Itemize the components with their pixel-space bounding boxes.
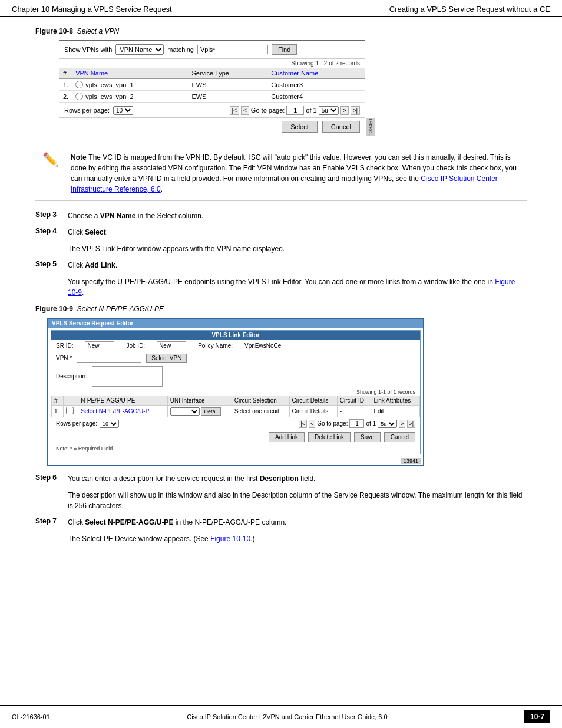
- vpls-first-btn[interactable]: |<: [299, 420, 307, 428]
- row2-service: EWS: [189, 91, 268, 103]
- note-label: Note: [71, 152, 87, 162]
- vpls-cancel-button[interactable]: Cancel: [384, 432, 415, 442]
- vpn-dialog: Show VPNs with VPN Name matching Find Sh…: [59, 40, 365, 136]
- uni-select[interactable]: [170, 407, 200, 416]
- vpls-figure-id: 13941: [48, 457, 423, 465]
- vpls-note: Note: * = Required Field: [51, 444, 420, 454]
- first-page-btn[interactable]: |<: [230, 106, 239, 115]
- vpls-go-label: Go to page:: [317, 420, 348, 427]
- footer-right: 10-7: [524, 710, 550, 723]
- col-customer-name: Customer Name: [267, 68, 365, 79]
- next-page-btn[interactable]: >: [340, 106, 349, 115]
- table-row: 1. vpls_ews_vpn_1 EWS Customer3: [59, 79, 365, 91]
- step6-content: You can enter a description for the serv…: [68, 473, 315, 484]
- step5-sub: You specify the U-PE/PE-AGG/U-PE endpoin…: [68, 276, 527, 298]
- vpls-action-buttons: Add Link Delete Link Save Cancel: [51, 430, 420, 444]
- header-right: Creating a VPLS Service Request without …: [389, 5, 550, 14]
- vpls-dialog: VPLS Service Request Editor VPLS Link Ed…: [47, 318, 424, 466]
- vpls-pagination: Rows per page: 10 |< < Go to page: of 1 …: [51, 417, 420, 430]
- vpls-link-table: # N-PE/PE-AGG/U-PE UNI Interface Circuit…: [51, 396, 420, 417]
- vpls-rows-select[interactable]: 10: [100, 420, 119, 428]
- delete-link-button[interactable]: Delete Link: [308, 432, 351, 442]
- page-input[interactable]: [286, 106, 304, 115]
- row2-radio[interactable]: [75, 93, 83, 100]
- job-id-label: Job ID:: [126, 342, 145, 349]
- row1-customer: Customer3: [267, 79, 365, 91]
- step6-number: Step 6: [35, 473, 62, 484]
- note-icon-area: ✏️: [35, 152, 65, 195]
- step7-sub: The Select PE Device window appears. (Se…: [68, 533, 527, 544]
- rows-per-page-label: Rows per page:: [64, 107, 110, 114]
- go-to-page-label: Go to page:: [251, 107, 285, 114]
- sr-id-input[interactable]: [85, 341, 114, 350]
- table-row: 2. vpls_ews_vpn_2 EWS Customer4: [59, 91, 365, 103]
- vpls-prev-btn[interactable]: <: [309, 420, 315, 428]
- vpls-inner: VPLS Link Editor SR ID: Job ID: Policy N…: [51, 330, 421, 454]
- col-num: #: [52, 396, 64, 406]
- vpls-nav: |< < Go to page: of 1 5u > >|: [299, 419, 415, 428]
- vpn-search-input[interactable]: [197, 45, 268, 54]
- row1-radio[interactable]: [75, 81, 83, 88]
- cancel-button[interactable]: Cancel: [322, 121, 360, 133]
- detail-button[interactable]: Detail: [201, 407, 220, 416]
- page-wrapper: Chapter 10 Managing a VPLS Service Reque…: [0, 0, 562, 728]
- page-size-select2[interactable]: 5u: [319, 106, 339, 115]
- select-npe-link[interactable]: Select N-PE/PE-AGG/U-PE: [81, 408, 153, 414]
- link-row-num: 1.: [52, 406, 64, 417]
- matching-label: matching: [167, 46, 194, 53]
- link-row-check: [63, 406, 78, 417]
- vpls-figure-id-text: 13941: [401, 458, 421, 464]
- step4-content: Click Select.: [68, 227, 108, 238]
- vpn-label: VPN:*: [56, 355, 72, 361]
- row1-num: 1.: [59, 79, 72, 91]
- link-row-uni: Detail: [167, 406, 232, 417]
- pencil-icon: ✏️: [42, 152, 58, 167]
- vpn-name-dropdown[interactable]: VPN Name: [115, 44, 164, 55]
- step5-number: Step 5: [35, 260, 62, 271]
- link-checkbox[interactable]: [66, 407, 74, 414]
- step4-number: Step 4: [35, 227, 62, 238]
- vpls-page-input[interactable]: [349, 419, 364, 428]
- vpls-ids-row: SR ID: Job ID: Policy Name: VpnEwsNoCe: [51, 340, 420, 352]
- find-button[interactable]: Find: [272, 44, 297, 55]
- col-hash: #: [59, 68, 72, 79]
- step6: Step 6 You can enter a description for t…: [35, 473, 527, 484]
- add-link-button[interactable]: Add Link: [269, 432, 305, 442]
- figure-id: 138461: [366, 118, 375, 136]
- description-textarea[interactable]: [92, 366, 163, 387]
- show-vpns-label: Show VPNs with: [64, 46, 112, 53]
- vpls-page-size2[interactable]: 5u: [378, 420, 397, 428]
- row2-num: 2.: [59, 91, 72, 103]
- records-info: Showing 1 - 2 of 2 records: [59, 59, 365, 68]
- select-button[interactable]: Select: [282, 121, 318, 133]
- step5: Step 5 Click Add Link.: [35, 260, 527, 271]
- step7-content: Click Select N-PE/PE-AGG/U-PE in the N-P…: [68, 517, 286, 528]
- vpls-last-btn[interactable]: >|: [407, 420, 415, 428]
- row1-service: EWS: [189, 79, 268, 91]
- prev-page-btn[interactable]: <: [241, 106, 249, 115]
- col-uni: UNI Interface: [167, 396, 232, 406]
- description-label: Description:: [56, 373, 87, 380]
- note-body: Note The VC ID is mapped from the VPN ID…: [71, 152, 527, 195]
- last-page-btn[interactable]: >|: [351, 106, 360, 115]
- vpls-outer-title: VPLS Service Request Editor: [48, 319, 423, 328]
- figure10-link[interactable]: Figure 10-10: [210, 535, 250, 543]
- step3-content: Choose a VPN Name in the Select column.: [68, 210, 203, 221]
- step4-sub: The VPLS Link Editor window appears with…: [68, 243, 527, 254]
- vpls-next-btn[interactable]: >: [399, 420, 405, 428]
- vpls-inner-title: VPLS Link Editor: [51, 331, 420, 340]
- vpn-value-input[interactable]: [77, 354, 141, 363]
- job-id-input[interactable]: [157, 341, 186, 350]
- save-button[interactable]: Save: [354, 432, 381, 442]
- rows-per-page-select[interactable]: 10: [113, 106, 133, 115]
- link-row-circuit-sel: Select one circuit: [232, 406, 289, 417]
- table-row: 1. Select N-PE/PE-AGG/U-PE Detail Select…: [52, 406, 420, 417]
- vpls-rows-label: Rows per page:: [56, 420, 97, 427]
- main-content: Figure 10-8 Select a VPN Show VPNs with …: [0, 17, 562, 550]
- note-text-after: .: [161, 185, 163, 193]
- vpls-table-header: # N-PE/PE-AGG/U-PE UNI Interface Circuit…: [52, 396, 420, 406]
- header-left: Chapter 10 Managing a VPLS Service Reque…: [12, 5, 172, 14]
- select-vpn-button[interactable]: Select VPN: [146, 354, 187, 363]
- step6-sub: The description will show up in this win…: [68, 490, 527, 511]
- policy-name-label: Policy Name:: [198, 342, 233, 349]
